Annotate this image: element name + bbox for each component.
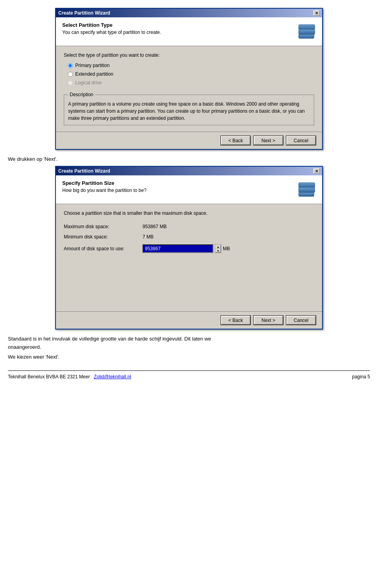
- max-label: Maximum disk space:: [64, 224, 143, 229]
- dialog1-header-text: Select Partition Type You can specify wh…: [62, 22, 161, 35]
- dialog1-cancel-button[interactable]: Cancel: [286, 136, 316, 145]
- instruction-between: We drukken op 'Next'.: [8, 156, 370, 162]
- dialog1-header-subtitle: You can specify what type of partition t…: [62, 30, 161, 35]
- radio-primary[interactable]: Primary partition: [68, 63, 314, 68]
- amount-input-group: ▲ ▼ MB: [143, 244, 230, 253]
- dialog2-header: Specify Partition Size How big do you wa…: [56, 175, 322, 204]
- dialog2-next-button[interactable]: Next >: [254, 316, 283, 325]
- dialog1-header: Select Partition Type You can specify wh…: [56, 17, 322, 46]
- dialog2-title: Create Partition Wizard: [58, 168, 110, 174]
- dialog1-body: Select the type of partition you want to…: [56, 46, 322, 132]
- dialog1-close-button[interactable]: ✕: [313, 10, 320, 16]
- disk-stack-icon: [298, 23, 315, 40]
- radio-extended-label: Extended partition: [75, 71, 113, 77]
- disk-layer3: [298, 34, 314, 39]
- max-disk-row: Maximum disk space: 953867 MB: [64, 224, 314, 229]
- description-fieldset: Description A primary partition is a vol…: [64, 92, 314, 125]
- dialog2-cancel-button[interactable]: Cancel: [286, 316, 316, 325]
- text-after-line3: We kiezen weer 'Next'.: [8, 353, 370, 361]
- description-legend: Description: [68, 92, 95, 97]
- dialog2-body: Choose a partition size that is smaller …: [56, 204, 322, 311]
- footer-page: pagina 5: [352, 374, 370, 380]
- dialog1-header-title: Select Partition Type: [62, 22, 161, 28]
- disk-icon-container2: [297, 180, 316, 199]
- dialog2-header-text: Specify Partition Size How big do you wa…: [62, 180, 146, 193]
- min-disk-row: Minimum disk space: 7 MB: [64, 234, 314, 240]
- text-after: Standaard is in het invulvak de volledig…: [8, 335, 370, 361]
- choose-text: Choose a partition size that is smaller …: [64, 210, 314, 216]
- amount-disk-row: Amount of disk space to use: ▲ ▼ MB: [64, 244, 314, 253]
- partition-type-instruction: Select the type of partition you want to…: [64, 52, 314, 58]
- dialog2-close-button[interactable]: ✕: [313, 168, 320, 174]
- dialog2-back-button[interactable]: < Back: [221, 316, 250, 325]
- dialog1-next-button[interactable]: Next >: [254, 136, 283, 145]
- description-text: A primary partition is a volume you crea…: [68, 100, 310, 122]
- radio-logical: Logical drive: [68, 80, 314, 86]
- dialog1-back-button[interactable]: < Back: [221, 136, 250, 145]
- dialog2-header-subtitle: How big do you want the partition to be?: [62, 188, 146, 193]
- footer-company: Teknihall Benelux BVBA BE 2321 Meer: [8, 374, 90, 380]
- spinner-up-button[interactable]: ▲: [215, 245, 221, 249]
- amount-label: Amount of disk space to use:: [64, 246, 143, 251]
- dialog2-titlebar: Create Partition Wizard ✕: [56, 167, 322, 175]
- radio-group: Primary partition Extended partition Log…: [68, 63, 314, 86]
- disk-layer3b: [298, 192, 314, 197]
- dialog1-window: Create Partition Wizard ✕ Select Partiti…: [55, 8, 323, 150]
- mb-label: MB: [223, 246, 230, 251]
- dialog2-footer: < Back Next > Cancel: [56, 311, 322, 329]
- text-after-line1: Standaard is in het invulvak de volledig…: [8, 335, 370, 343]
- disk-stack-icon2: [298, 181, 315, 198]
- min-label: Minimum disk space:: [64, 234, 143, 240]
- dialog1-title: Create Partition Wizard: [58, 10, 110, 16]
- dialog1-footer: < Back Next > Cancel: [56, 132, 322, 149]
- radio-extended[interactable]: Extended partition: [68, 71, 314, 77]
- dialog2-window: Create Partition Wizard ✕ Specify Partit…: [55, 166, 323, 329]
- footer-email-link[interactable]: Zolid@teknihall.nl: [94, 374, 131, 380]
- min-value: 7 MB: [143, 234, 154, 240]
- spinner-down-button[interactable]: ▼: [215, 249, 221, 253]
- radio-primary-label: Primary partition: [75, 63, 109, 68]
- dialog1-titlebar: Create Partition Wizard ✕: [56, 9, 322, 17]
- dialog2-header-title: Specify Partition Size: [62, 180, 146, 186]
- radio-logical-label: Logical drive: [75, 80, 102, 86]
- spinner-control: ▲ ▼: [215, 244, 221, 253]
- disk-icon-container: [297, 22, 316, 41]
- page-footer: Teknihall Benelux BVBA BE 2321 Meer Zoli…: [8, 370, 370, 380]
- footer-left: Teknihall Benelux BVBA BE 2321 Meer Zoli…: [8, 374, 131, 380]
- amount-input[interactable]: [143, 244, 213, 253]
- text-after-line2: onaangeroerd.: [8, 343, 370, 352]
- max-value: 953867 MB: [143, 224, 167, 229]
